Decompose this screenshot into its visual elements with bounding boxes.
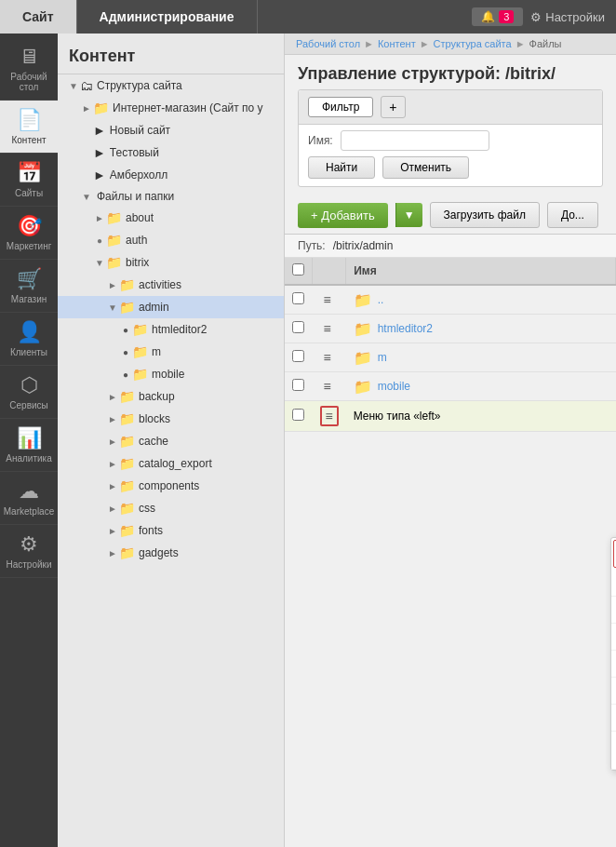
tree-item-new-site[interactable]: ► Новый сайт bbox=[58, 119, 284, 141]
tree-item-admin[interactable]: ▼ 📁 admin bbox=[58, 296, 284, 318]
more-button[interactable]: До... bbox=[547, 202, 598, 228]
tree-item-amberholl[interactable]: ► Амберхолл bbox=[58, 164, 284, 186]
tree-item-cache[interactable]: ► 📁 cache bbox=[58, 430, 284, 452]
sidebar-item-settings[interactable]: ⚙ Настройки bbox=[0, 525, 58, 578]
select-all-checkbox[interactable] bbox=[292, 263, 304, 276]
row-name: 📁m bbox=[346, 343, 616, 372]
tree-item-m[interactable]: ● 📁 m bbox=[58, 341, 284, 363]
row-checkbox[interactable] bbox=[292, 409, 304, 421]
tree-item-activities[interactable]: ► 📁 activities bbox=[58, 274, 284, 296]
tree-item-htmleditor2[interactable]: ● 📁 htmleditor2 bbox=[58, 318, 284, 341]
tree-label: Амберхолл bbox=[110, 168, 167, 182]
sidebar-item-sites[interactable]: 📅 Сайты bbox=[0, 154, 58, 207]
tree-item-files-folders[interactable]: ▼ Файлы и папки bbox=[58, 186, 284, 207]
icon-sidebar: 🖥 Рабочий стол 📄 Контент 📅 Сайты 🎯 Марке… bbox=[0, 34, 58, 847]
breadcrumb: Рабочий стол ► Контент ► Структура сайта… bbox=[285, 34, 616, 55]
row-checkbox[interactable] bbox=[292, 292, 304, 304]
tree-item-test[interactable]: ► Тестовый bbox=[58, 141, 284, 164]
ctx-item-access-rights[interactable]: 👤 Права на доступ продукта bbox=[611, 732, 616, 770]
add-button[interactable]: + Добавить bbox=[298, 203, 388, 228]
services-icon: ⬡ bbox=[20, 373, 38, 397]
tree-item-catalog-export[interactable]: ► 📁 catalog_export bbox=[58, 452, 284, 475]
tree-label: mobile bbox=[152, 368, 184, 381]
breadcrumb-content[interactable]: Контент bbox=[378, 38, 416, 49]
row-checkbox[interactable] bbox=[292, 321, 304, 333]
tree-item-about[interactable]: ► 📁 about bbox=[58, 207, 284, 229]
row-name: 📁mobile bbox=[346, 372, 616, 401]
row-menu-button[interactable]: ≡ bbox=[320, 348, 335, 367]
add-dropdown-button[interactable]: ▼ bbox=[395, 203, 422, 227]
breadcrumb-desktop[interactable]: Рабочий стол bbox=[296, 38, 360, 49]
tree-item-css[interactable]: ► 📁 css bbox=[58, 497, 284, 519]
path-label: Путь: bbox=[298, 239, 326, 252]
row-checkbox[interactable] bbox=[292, 379, 304, 391]
ctx-item-delete[interactable]: ✖ Удалить bbox=[611, 705, 616, 732]
settings-button[interactable]: ⚙ Настройки bbox=[530, 10, 605, 24]
row-checkbox[interactable] bbox=[292, 350, 304, 362]
cancel-button[interactable]: Отменить bbox=[382, 156, 469, 179]
notifications-button[interactable]: 🔔 3 bbox=[472, 7, 523, 26]
ctx-item-move[interactable]: 📋 Перенести... bbox=[611, 678, 616, 705]
sidebar-item-content[interactable]: 📄 Контент bbox=[0, 101, 58, 154]
upload-button[interactable]: Загрузить файл bbox=[430, 202, 540, 228]
folder-link[interactable]: 📁.. bbox=[354, 291, 609, 309]
tree-label: components bbox=[139, 479, 199, 492]
arrow-icon: ► bbox=[106, 437, 119, 447]
breadcrumb-files: Файлы bbox=[529, 38, 562, 49]
folder-link[interactable]: 📁m bbox=[354, 349, 609, 367]
sidebar-label-shop: Магазин bbox=[11, 294, 47, 304]
folder-link[interactable]: 📁htmleditor2 bbox=[354, 320, 609, 338]
ctx-item-edit-php[interactable]: 📄 Редактировать как PHP bbox=[611, 570, 616, 597]
tree-label: backup bbox=[139, 390, 175, 403]
row-action: ≡ bbox=[313, 343, 346, 372]
tree-item-blocks[interactable]: ► 📁 blocks bbox=[58, 408, 284, 430]
sidebar-item-desktop[interactable]: 🖥 Рабочий стол bbox=[0, 37, 58, 101]
filter-plus-button[interactable]: + bbox=[381, 96, 405, 118]
folder-icon: 📁 bbox=[119, 300, 135, 315]
tree-item-components[interactable]: ► 📁 components bbox=[58, 475, 284, 497]
folder-icon: 📁 bbox=[119, 523, 135, 538]
tree-item-fonts[interactable]: ► 📁 fonts bbox=[58, 519, 284, 542]
menu-name: Меню типа «left» bbox=[354, 410, 441, 423]
ctx-item-rename[interactable]: 📋 Переименовать bbox=[611, 624, 616, 651]
ctx-item-copy[interactable]: 📋 Копировать... bbox=[611, 651, 616, 678]
sidebar-item-analytics[interactable]: 📊 Аналитика bbox=[0, 419, 58, 472]
folder-icon: 📁 bbox=[354, 320, 372, 338]
folder-link[interactable]: 📁mobile bbox=[354, 378, 609, 396]
tree-item-backup[interactable]: ► 📁 backup bbox=[58, 385, 284, 408]
filter-tab-button[interactable]: Фильтр bbox=[308, 97, 373, 117]
find-button[interactable]: Найти bbox=[308, 156, 375, 179]
tree-item-bitrix[interactable]: ▼ 📁 bitrix bbox=[58, 251, 284, 274]
row-check bbox=[285, 315, 313, 343]
ctx-item-archive[interactable]: 📦 Архивировать bbox=[611, 597, 616, 624]
folder-icon: 📁 bbox=[93, 101, 109, 115]
row-menu-button-active[interactable]: ≡ bbox=[320, 406, 339, 426]
table-row: ≡ 📁mobile bbox=[285, 372, 616, 401]
sep2: ► bbox=[420, 38, 430, 49]
tab-admin[interactable]: Администрирование bbox=[77, 0, 258, 34]
table-row: ≡ 📁htmleditor2 bbox=[285, 315, 616, 343]
tab-site[interactable]: Сайт bbox=[0, 0, 77, 34]
sidebar-item-marketplace[interactable]: ☁ Marketplace bbox=[0, 472, 58, 525]
col-name: Имя bbox=[346, 258, 616, 285]
sidebar-item-marketing[interactable]: 🎯 Маркетинг bbox=[0, 207, 58, 260]
row-menu-button[interactable]: ≡ bbox=[320, 377, 335, 396]
row-name: 📁.. bbox=[346, 285, 616, 315]
breadcrumb-structure[interactable]: Структура сайта bbox=[434, 38, 512, 49]
filter-name-input[interactable] bbox=[341, 130, 489, 151]
row-action: ≡ bbox=[313, 372, 346, 401]
tree-item-internet-shop[interactable]: ► 📁 Интернет-магазин (Сайт по у bbox=[58, 97, 284, 119]
tree-item-mobile[interactable]: ● 📁 mobile bbox=[58, 363, 284, 385]
tree-item-auth[interactable]: ● 📁 auth bbox=[58, 229, 284, 251]
tree-item-gadgets[interactable]: ► 📁 gadgets bbox=[58, 542, 284, 564]
row-menu-button[interactable]: ≡ bbox=[320, 319, 335, 338]
tree-label: bitrix bbox=[126, 256, 149, 269]
sidebar-item-shop[interactable]: 🛒 Магазин bbox=[0, 260, 58, 313]
row-check bbox=[285, 372, 313, 401]
row-menu-button[interactable]: ≡ bbox=[320, 290, 335, 309]
context-menu: ✏ Редактировать меню 📄 Редактировать как… bbox=[610, 537, 616, 771]
sidebar-item-clients[interactable]: 👤 Клиенты bbox=[0, 313, 58, 366]
tree-label: htmleditor2 bbox=[152, 323, 207, 336]
tree-item-site-structure[interactable]: ▼ 🗂 Структура сайта bbox=[58, 74, 284, 97]
sidebar-item-services[interactable]: ⬡ Сервисы bbox=[0, 366, 58, 419]
